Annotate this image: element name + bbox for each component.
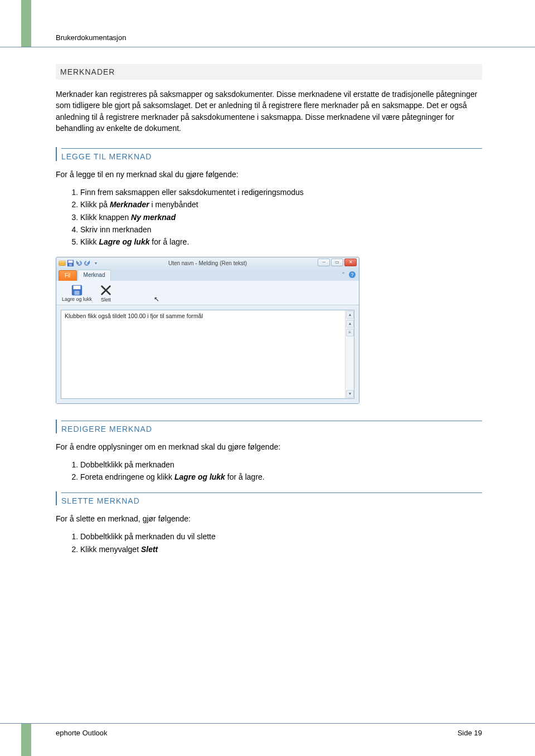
close-button[interactable]: ✕ (344, 258, 357, 266)
subheading-delete: SLETTE MERKNAD (56, 491, 482, 505)
footer-rule (0, 723, 535, 724)
list-item: Dobbeltklikk på merknaden (80, 459, 482, 470)
svg-rect-6 (74, 285, 81, 289)
subheading-add: LEGGE TIL MERKNAD (56, 147, 482, 161)
svg-rect-4 (69, 264, 72, 266)
help-icon[interactable]: ? (349, 271, 356, 278)
scroll-thumb-top-icon[interactable]: ▴ (346, 320, 354, 328)
embedded-window: ▾ Uten navn - Melding (Ren tekst) ─ ▭ ✕ … (56, 257, 359, 404)
header-rule (0, 47, 535, 47)
window-controls: ─ ▭ ✕ (318, 258, 357, 266)
delete-label: Slett (101, 297, 111, 303)
scroll-down-icon[interactable]: ▾ (346, 390, 354, 398)
section-intro: Merknader kan registreres på saksmapper … (56, 89, 482, 134)
svg-rect-7 (74, 291, 79, 295)
save-and-close-button[interactable]: Lagre og lukk (60, 283, 94, 304)
edit-intro: For å endre opplysninger om en merknad s… (56, 442, 482, 451)
save-and-close-label: Lagre og lukk (62, 297, 92, 302)
list-item: Dobbeltklikk på merknaden du vil slette (80, 531, 482, 542)
dropdown-icon[interactable]: ▾ (92, 260, 99, 267)
quick-access-toolbar: ▾ (56, 260, 99, 267)
delete-icon (100, 284, 112, 296)
section-title: MERKNADER (56, 64, 482, 80)
add-intro: For å legge til en ny merknad skal du gj… (56, 170, 482, 179)
svg-rect-3 (68, 261, 72, 263)
delete-steps: Dobbeltklikk på merknaden du vil slette … (80, 531, 482, 555)
edit-steps: Dobbeltklikk på merknaden Foreta endring… (80, 459, 482, 483)
ribbon-collapse-icon[interactable]: ⌃ (340, 271, 347, 278)
footer-right: Side 19 (458, 729, 482, 737)
tab-file[interactable]: Fil (59, 270, 77, 281)
list-item: Klikk menyvalget Slett (80, 544, 482, 555)
window-title: Uten navn - Melding (Ren tekst) (56, 260, 359, 266)
list-item: Klikk knappen Ny merknad (80, 212, 482, 223)
maximize-button[interactable]: ▭ (331, 258, 343, 266)
add-steps: Finn frem saksmappen eller saksdokumente… (80, 187, 482, 247)
list-item: Foreta endringene og klikk Lagre og lukk… (80, 471, 482, 482)
header-accent-bar (21, 0, 31, 47)
subheading-delete-text: SLETTE MERKNAD (61, 496, 482, 505)
delete-button[interactable]: Slett (98, 283, 114, 304)
subheading-edit-text: REDIGERE MERKNAD (61, 425, 482, 433)
list-item: Klikk Lagre og lukk for å lagre. (80, 236, 482, 247)
scrollbar[interactable]: ▴ ▴ ≡ ▾ (345, 310, 354, 398)
editor-panel: Klubben fikk også tildelt 100.00 i fjor … (56, 305, 359, 403)
undo-icon[interactable] (75, 260, 82, 267)
ribbon-right-controls: ⌃ ? (340, 271, 356, 278)
merknad-textarea[interactable]: Klubben fikk også tildelt 100.00 i fjor … (61, 310, 354, 399)
app-icon (59, 260, 66, 267)
svg-rect-1 (59, 261, 65, 262)
tab-merknad[interactable]: Merknad (77, 270, 111, 281)
list-item: Finn frem saksmappen eller saksdokumente… (80, 187, 482, 198)
save-icon (71, 284, 83, 296)
ribbon-tabs: Fil Merknad ↖ ⌃ ? (56, 270, 359, 281)
delete-intro: For å slette en merknad, gjør følgende: (56, 514, 482, 523)
textarea-content: Klubben fikk også tildelt 100.00 i fjor … (65, 313, 203, 319)
save-icon[interactable] (67, 260, 74, 267)
footer-accent-bar (21, 724, 31, 756)
list-item: Klikk på Merknader i menybåndet (80, 199, 482, 210)
page-footer: ephorte Outlook Side 19 (56, 729, 482, 737)
footer-left: ephorte Outlook (56, 729, 108, 737)
scroll-split-icon[interactable]: ≡ (346, 329, 354, 336)
ribbon: Lagre og lukk Slett (56, 281, 359, 305)
redo-icon[interactable] (84, 260, 91, 267)
list-item: Skriv inn merknaden (80, 224, 482, 235)
subheading-add-text: LEGGE TIL MERKNAD (61, 152, 482, 161)
minimize-button[interactable]: ─ (318, 258, 330, 266)
titlebar: ▾ Uten navn - Melding (Ren tekst) ─ ▭ ✕ (56, 257, 359, 270)
subheading-edit: REDIGERE MERKNAD (56, 420, 482, 433)
scroll-up-icon[interactable]: ▴ (346, 311, 354, 319)
doc-header: Brukerdokumentasjon (56, 33, 482, 42)
